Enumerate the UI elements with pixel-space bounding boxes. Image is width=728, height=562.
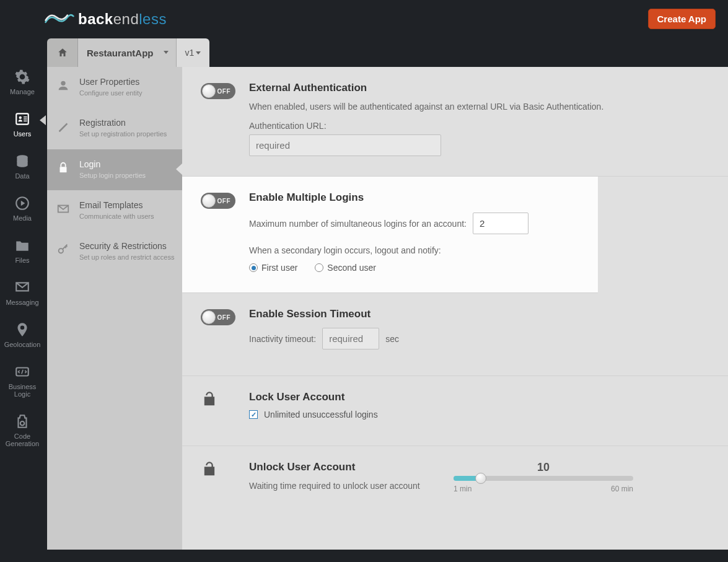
sidebar-item-login[interactable]: LoginSetup login properties xyxy=(47,149,182,190)
geolocation-icon xyxy=(14,321,31,338)
slider-knob[interactable] xyxy=(475,473,486,484)
toggle-knob xyxy=(202,194,216,208)
chevron-down-icon xyxy=(196,51,201,55)
home-icon xyxy=(57,47,68,58)
sidebar-item-title: Registration xyxy=(79,118,167,128)
nav-label: Messaging xyxy=(6,299,38,306)
slider-min-label: 1 min xyxy=(454,485,471,493)
create-app-button[interactable]: Create App xyxy=(648,9,716,29)
nav-label: Manage xyxy=(10,88,35,95)
session-timeout-toggle[interactable]: OFF xyxy=(201,309,235,325)
nav-data[interactable]: Data xyxy=(0,152,45,180)
sidebar-item-user-properties[interactable]: User PropertiesConfigure user entity xyxy=(47,67,182,108)
lock-open-icon xyxy=(201,461,218,478)
svg-rect-7 xyxy=(60,167,67,172)
email-templates-icon xyxy=(56,201,71,216)
section-external-auth: OFF External Authentication When enabled… xyxy=(182,67,728,177)
radio-icon xyxy=(249,263,258,272)
sidebar-item-registration[interactable]: RegistrationSet up registration properti… xyxy=(47,108,182,149)
chevron-down-icon xyxy=(164,51,169,54)
section-unlock-account: Unlock User Account Waiting time require… xyxy=(182,446,728,519)
nav-label: Code Generation xyxy=(0,432,45,447)
auth-url-input[interactable] xyxy=(249,134,441,156)
section-title: Enable Multiple Logins xyxy=(249,191,579,204)
sidebar-item-title: Login xyxy=(79,159,146,169)
section-desc: When enabled, users will be authenticate… xyxy=(249,100,709,113)
secondary-login-label: When a secondary login occurs, logout an… xyxy=(249,245,441,255)
section-multiple-logins: OFF Enable Multiple Logins Maximum numbe… xyxy=(182,177,598,293)
multiple-logins-toggle[interactable]: OFF xyxy=(201,193,235,209)
nav-manage[interactable]: Manage xyxy=(0,68,45,95)
logo: backendless xyxy=(45,11,167,28)
left-nav: ManageUsersDataMediaFilesMessagingGeoloc… xyxy=(0,68,45,447)
toggle-label: OFF xyxy=(217,198,231,204)
radio-icon xyxy=(315,263,323,272)
radio-label: Second user xyxy=(327,263,376,273)
business-logic-icon xyxy=(14,363,31,380)
slider-max-label: 60 min xyxy=(611,485,633,493)
data-icon xyxy=(14,152,31,170)
svg-point-5 xyxy=(20,421,25,426)
sidebar-item-security[interactable]: Security & RestrictionsSet up roles and … xyxy=(47,231,182,272)
app-tabs: RestaurantApp v1 xyxy=(47,38,209,67)
sidebar-item-desc: Setup login properties xyxy=(79,171,146,180)
svg-point-9 xyxy=(59,248,63,253)
section-title: Enable Session Timeout xyxy=(249,308,709,320)
radio-label: First user xyxy=(261,263,297,273)
external-auth-toggle[interactable]: OFF xyxy=(201,83,235,99)
inactivity-label: Inactivity timeout: xyxy=(249,334,316,344)
sidebar-item-title: User Properties xyxy=(79,77,143,87)
nav-label: Data xyxy=(15,172,29,180)
radio-second-user[interactable]: Second user xyxy=(315,263,376,273)
sidebar-item-desc: Set up roles and restrict access xyxy=(79,253,174,261)
nav-label: Business Logic xyxy=(0,383,45,398)
nav-code-generation[interactable]: Code Generation xyxy=(0,413,45,447)
section-desc: Waiting time required to unlock user acc… xyxy=(249,480,423,492)
svg-point-6 xyxy=(61,81,65,86)
nav-files[interactable]: Files xyxy=(0,237,45,264)
section-title: External Authentication xyxy=(249,82,709,94)
login-icon xyxy=(56,160,71,175)
sidebar-item-desc: Communicate with users xyxy=(79,212,154,221)
sidebar: User PropertiesConfigure user entityRegi… xyxy=(47,67,182,550)
unlock-wait-slider[interactable]: 10 1 min 60 min xyxy=(447,461,639,493)
nav-media[interactable]: Media xyxy=(0,195,45,222)
nav-label: Media xyxy=(13,214,32,222)
max-logins-input[interactable] xyxy=(473,213,528,234)
toggle-knob xyxy=(202,84,216,98)
registration-icon xyxy=(56,119,71,134)
logo-swirl-icon xyxy=(45,12,74,27)
manage-icon xyxy=(14,68,31,86)
section-title: Lock User Account xyxy=(249,391,709,403)
users-icon xyxy=(14,110,31,128)
home-tab[interactable] xyxy=(47,38,78,67)
workspace: User PropertiesConfigure user entityRegi… xyxy=(47,67,728,550)
slider-value: 10 xyxy=(537,461,550,474)
toggle-knob xyxy=(202,310,216,324)
code-generation-icon xyxy=(14,413,31,430)
security-icon xyxy=(56,242,71,257)
checkbox-label: Unlimited unsuccessful logins xyxy=(264,410,378,419)
sidebar-item-email-templates[interactable]: Email TemplatesCommunicate with users xyxy=(47,190,182,231)
sidebar-item-title: Security & Restrictions xyxy=(79,241,174,251)
app-selector-tab[interactable]: RestaurantApp xyxy=(78,38,177,67)
radio-first-user[interactable]: First user xyxy=(249,263,297,273)
nav-users[interactable]: Users xyxy=(0,110,45,138)
section-session-timeout: OFF Enable Session Timeout Inactivity ti… xyxy=(182,293,728,376)
nav-business-logic[interactable]: Business Logic xyxy=(0,363,45,398)
unlimited-logins-checkbox[interactable]: ✓ xyxy=(249,410,258,419)
messaging-icon xyxy=(14,279,31,296)
toggle-label: OFF xyxy=(217,314,231,321)
version-label: v1 xyxy=(185,48,195,58)
top-bar: backendless Create App xyxy=(0,0,728,38)
nav-messaging[interactable]: Messaging xyxy=(0,279,45,306)
section-title: Unlock User Account xyxy=(249,461,423,473)
version-selector-tab[interactable]: v1 xyxy=(177,38,210,67)
nav-label: Users xyxy=(14,130,32,138)
section-lock-account: Lock User Account ✓ Unlimited unsuccessf… xyxy=(182,376,728,446)
media-icon xyxy=(14,195,31,212)
lock-open-icon xyxy=(201,391,218,408)
inactivity-input[interactable] xyxy=(322,328,379,349)
unit-label: sec xyxy=(385,334,399,344)
nav-geolocation[interactable]: Geolocation xyxy=(0,321,45,348)
